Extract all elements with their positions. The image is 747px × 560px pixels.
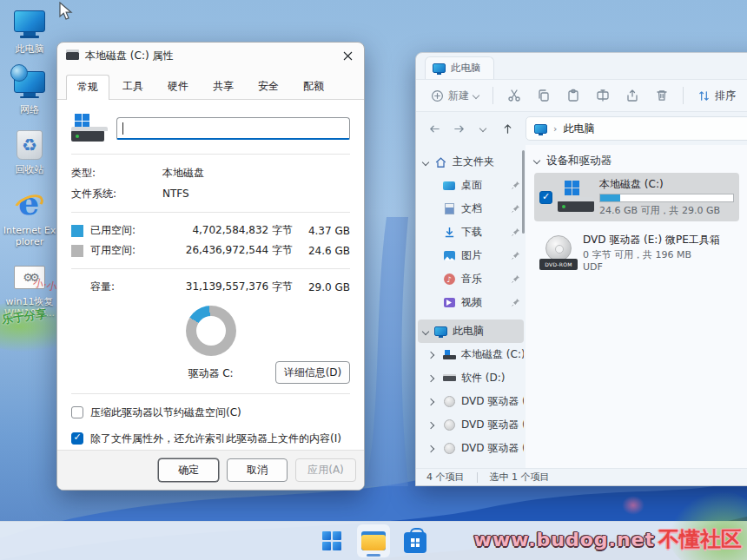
paste-button[interactable]: [560, 84, 586, 107]
chevron-down-icon: [422, 158, 429, 165]
sidebar-item-label: 文档: [461, 201, 482, 216]
start-button[interactable]: [315, 524, 348, 557]
close-button[interactable]: [340, 48, 355, 63]
copy-button[interactable]: [531, 84, 557, 107]
sidebar-item-videos[interactable]: 视频: [418, 291, 524, 314]
capacity-row: 容量: 31,139,557,376 字节 29.0 GB: [71, 277, 350, 297]
explorer-tab[interactable]: 此电脑: [425, 56, 494, 79]
desktop-icon-internet-explorer[interactable]: Internet Explorer: [2, 188, 57, 247]
tab-hardware[interactable]: 硬件: [156, 74, 200, 99]
tab-tools[interactable]: 工具: [111, 74, 155, 99]
status-selected-count: 选中 1 个项目: [490, 471, 550, 484]
chevron-right-icon: [427, 351, 434, 358]
sidebar-item-downloads[interactable]: 下载: [418, 221, 524, 244]
sidebar-item-home[interactable]: 主文件夹: [418, 150, 524, 174]
compress-checkbox[interactable]: [71, 406, 83, 418]
used-space-label: 已用空间:: [90, 223, 162, 238]
sidebar-item-drive-c[interactable]: 本地磁盘 (C:): [418, 343, 524, 366]
chevron-right-icon: [427, 374, 434, 381]
desktop-icon-this-pc[interactable]: 此电脑: [2, 7, 57, 56]
cancel-button[interactable]: 取消: [227, 458, 288, 482]
sidebar-item-documents[interactable]: 文档: [418, 197, 524, 221]
toolbar-separator: [492, 87, 493, 104]
drive-item-c[interactable]: 本地磁盘 (C:) 24.6 GB 可用，共 29.0 GB: [534, 173, 739, 221]
up-button[interactable]: [496, 117, 519, 140]
tab-general[interactable]: 常规: [66, 75, 109, 100]
pin-icon: [512, 227, 520, 239]
rename-icon: [596, 89, 610, 102]
sort-arrows-icon: [697, 89, 711, 102]
sidebar-item-drive-d[interactable]: 软件 (D:): [418, 366, 524, 390]
desktop-icon-recycle-bin[interactable]: 回收站: [2, 128, 57, 176]
delete-button[interactable]: [649, 84, 675, 107]
index-checkbox[interactable]: [71, 432, 83, 445]
sidebar-item-dvd-e2[interactable]: DVD 驱动器 (E:): [418, 437, 524, 460]
free-space-bytes: 26,436,972,544 字节: [162, 243, 305, 258]
sidebar-scrollbar[interactable]: [522, 150, 525, 234]
sidebar-item-this-pc[interactable]: 此电脑: [418, 320, 524, 343]
drive-item-dvd-e[interactable]: DVD-ROM DVD 驱动器 (E:) 微PE工具箱 0 字节 可用，共 19…: [534, 228, 739, 277]
volume-label-input[interactable]: [116, 117, 350, 140]
status-divider: [477, 472, 478, 483]
dvd-drive-icon: [442, 419, 456, 432]
tab-quota[interactable]: 配额: [292, 74, 335, 99]
taskbar-microsoft-store[interactable]: [399, 524, 432, 557]
desktop-icon-network[interactable]: 网络: [2, 68, 57, 116]
explorer-titlebar[interactable]: 此电脑: [416, 53, 747, 79]
sidebar-item-label: 软件 (D:): [461, 371, 505, 385]
taskbar-file-explorer[interactable]: [357, 524, 390, 557]
sidebar-item-pictures[interactable]: 图片: [418, 244, 524, 267]
index-checkbox-row[interactable]: 除了文件属性外，还允许索引此驱动器上文件的内容(I): [71, 432, 350, 446]
sidebar-item-desktop[interactable]: 桌面: [418, 174, 524, 197]
this-pc-icon: [433, 63, 446, 73]
sidebar-item-dvd-e[interactable]: DVD 驱动器 (E:): [418, 390, 524, 413]
recent-locations-button[interactable]: [472, 117, 494, 140]
share-button[interactable]: [619, 84, 645, 107]
item-checkbox[interactable]: [539, 191, 552, 204]
apply-button[interactable]: 应用(A): [295, 458, 356, 482]
pictures-icon: [442, 250, 456, 262]
dialog-tabstrip: 常规 工具 硬件 共享 安全 配额: [57, 69, 364, 100]
network-icon: [11, 68, 48, 102]
pin-icon: [512, 250, 520, 262]
ok-button[interactable]: 确定: [158, 458, 219, 482]
free-space-label: 可用空间:: [90, 243, 162, 258]
tab-security[interactable]: 安全: [247, 74, 290, 99]
divider: [71, 154, 350, 155]
compress-checkbox-row[interactable]: 压缩此驱动器以节约磁盘空间(C): [71, 405, 350, 420]
chevron-down-icon: [422, 327, 429, 334]
section-header-label: 设备和驱动器: [546, 154, 611, 168]
details-button[interactable]: 详细信息(D): [275, 361, 350, 384]
chevron-right-icon: [427, 445, 434, 451]
breadcrumb-location: 此电脑: [563, 122, 594, 136]
spacer: [71, 281, 83, 293]
breadcrumb[interactable]: › 此电脑: [526, 116, 747, 141]
back-button[interactable]: [423, 117, 446, 140]
used-space-bytes: 4,702,584,832 字节: [162, 223, 305, 238]
forward-button[interactable]: [447, 117, 470, 140]
desktop-icon-label: win11恢复WIN10经...: [3, 297, 56, 319]
dvd-drive-icon: [442, 396, 456, 408]
tab-sharing[interactable]: 共享: [202, 74, 245, 99]
disk-usage-donut: [186, 306, 236, 356]
desktop-icon-label: Internet Explorer: [3, 226, 56, 247]
dvd-drive-icon: [442, 443, 456, 455]
chevron-right-icon: [427, 421, 434, 428]
new-button[interactable]: 新建: [425, 84, 485, 108]
rename-button[interactable]: [590, 84, 616, 107]
cut-button[interactable]: [501, 84, 527, 107]
system-drive-icon: [558, 181, 594, 214]
section-header-devices[interactable]: 设备和驱动器: [534, 150, 747, 171]
sort-button[interactable]: 排序: [691, 84, 742, 108]
dialog-titlebar[interactable]: 本地磁盘 (C:) 属性: [57, 43, 364, 69]
dvd-rom-icon: DVD-ROM: [539, 235, 578, 270]
copy-icon: [537, 89, 551, 102]
explorer-addressbar: › 此电脑: [416, 112, 747, 145]
divider: [71, 393, 350, 394]
chevron-right-icon: [427, 398, 434, 405]
toolbar-separator: [683, 87, 684, 104]
dialog-title: 本地磁盘 (C:) 属性: [85, 49, 334, 63]
sidebar-item-music[interactable]: ♪ 音乐: [418, 267, 524, 291]
desktop-icon-win10-restore-tool[interactable]: win11恢复WIN10经...: [2, 260, 57, 319]
sidebar-item-dvd-f[interactable]: DVD 驱动器 (F:): [418, 413, 524, 437]
